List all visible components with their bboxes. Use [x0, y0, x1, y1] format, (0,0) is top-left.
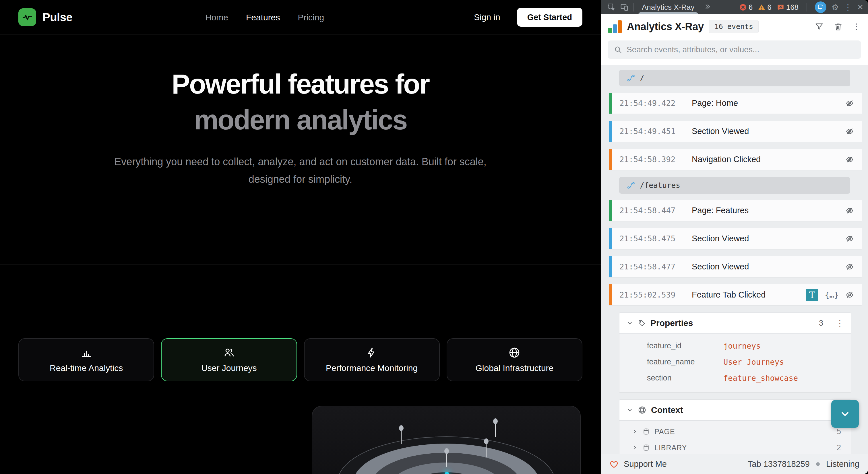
- event-timestamp: 21:54:58.475: [619, 234, 692, 243]
- ai-assistant-button[interactable]: [815, 1, 826, 13]
- tab-label: Analytics X-Ray: [642, 3, 694, 12]
- event-name: Section Viewed: [692, 127, 749, 136]
- settings-gear-icon[interactable]: ⚙: [832, 3, 839, 12]
- feature-tab-global-infrastructure[interactable]: Global Infrastructure: [446, 338, 582, 381]
- bar-chart-icon: [81, 347, 92, 359]
- devtools-toolbar: Analytics X-Ray 6 6 168: [601, 0, 868, 14]
- event-timestamp: 21:54:49.422: [619, 99, 692, 107]
- nav-link-features[interactable]: Features: [246, 12, 280, 22]
- brand[interactable]: Pulse: [19, 8, 72, 26]
- event-row[interactable]: 21:54:58.475 Section Viewed: [609, 228, 862, 249]
- property-key: feature_name: [647, 357, 723, 367]
- warning-count: 6: [767, 3, 771, 12]
- browser-window-icon: [642, 444, 650, 451]
- context-group-library[interactable]: LIBRARY 2: [619, 440, 851, 454]
- toolbar-divider: [807, 3, 807, 11]
- statusbar-right: Tab 1337818259 Listening: [736, 459, 859, 470]
- property-key: feature_id: [647, 342, 723, 350]
- payload-braces-icon[interactable]: {…}: [825, 290, 839, 299]
- route-group-label: /features: [640, 181, 680, 190]
- feature-tab-label: Real-time Analytics: [50, 363, 123, 373]
- listening-status-dot: [816, 462, 820, 466]
- context-body: PAGE 5 LIBRARY 2: [619, 420, 851, 454]
- panel-kebab-menu-icon[interactable]: ⋮: [852, 22, 861, 31]
- hide-event-eye-off-icon[interactable]: [845, 262, 854, 272]
- search-icon: [614, 45, 622, 54]
- nav-link-home[interactable]: Home: [205, 12, 228, 22]
- hide-event-eye-off-icon[interactable]: [845, 234, 854, 243]
- property-row: feature_id journeys: [619, 338, 851, 354]
- issues-badge[interactable]: 168: [777, 3, 799, 12]
- disc-pin: [399, 427, 404, 444]
- clear-events-trash-icon[interactable]: [834, 22, 843, 31]
- context-group-count: 2: [837, 443, 841, 452]
- event-row[interactable]: 21:54:58.392 Navigation Clicked: [609, 149, 862, 170]
- property-value: User Journeys: [723, 357, 784, 367]
- context-group-page[interactable]: PAGE 5: [619, 423, 851, 440]
- error-badge[interactable]: 6: [739, 3, 753, 12]
- route-icon: [627, 181, 635, 190]
- route-group-header[interactable]: /: [619, 70, 850, 86]
- warning-badge[interactable]: 6: [758, 3, 771, 12]
- sign-in-link[interactable]: Sign in: [474, 12, 500, 22]
- event-row-selected[interactable]: 21:55:02.539 Feature Tab Clicked T {…}: [609, 284, 862, 305]
- globe-icon: [638, 406, 646, 414]
- support-me-link[interactable]: Support Me: [609, 460, 667, 469]
- hide-event-eye-off-icon[interactable]: [845, 99, 854, 108]
- hide-event-eye-off-icon[interactable]: [845, 206, 854, 215]
- route-group-header[interactable]: /features: [619, 177, 850, 194]
- search-box: [608, 40, 861, 59]
- browser-window-icon: [642, 428, 650, 435]
- hero-title-line2: modern analytics: [0, 102, 601, 138]
- filter-funnel-icon[interactable]: [815, 22, 824, 31]
- pulse-website: Pulse Home Features Pricing Sign in Get …: [0, 0, 601, 474]
- devtools-panel: Analytics X-Ray 6 6 168: [601, 0, 868, 474]
- toolbar-badges: 6 6 168 ⚙ ⋮ ✕: [739, 1, 863, 13]
- context-group-label: PAGE: [654, 428, 675, 436]
- section-divider: [0, 264, 601, 265]
- screen: Pulse Home Features Pricing Sign in Get …: [0, 0, 868, 474]
- journey-visualization-card: [312, 406, 581, 474]
- chevron-right-icon: [632, 429, 638, 434]
- more-tabs-icon[interactable]: [704, 3, 711, 11]
- event-row[interactable]: 21:54:49.422 Page: Home: [609, 93, 862, 114]
- users-icon: [223, 347, 235, 359]
- text-marker-badge[interactable]: T: [806, 289, 818, 301]
- tab-id-label: Tab 1337818259: [748, 460, 810, 469]
- properties-kebab-icon[interactable]: ⋮: [836, 318, 844, 328]
- device-toolbar-icon[interactable]: [618, 0, 631, 14]
- properties-header[interactable]: Properties 3 ⋮: [619, 313, 851, 334]
- issues-icon: [777, 3, 784, 11]
- close-devtools-icon[interactable]: ✕: [857, 3, 863, 11]
- inspect-element-icon[interactable]: [606, 0, 618, 14]
- event-row[interactable]: 21:54:58.447 Page: Features: [609, 200, 862, 221]
- hide-event-eye-off-icon[interactable]: [845, 127, 854, 136]
- heart-icon: [609, 460, 619, 469]
- site-nav: Home Features Pricing: [205, 0, 324, 35]
- context-card: Context 11 PAGE 5 LIBRARY 2: [619, 400, 851, 454]
- chevron-down-icon: [626, 407, 633, 413]
- kebab-menu-icon[interactable]: ⋮: [844, 3, 852, 12]
- hide-event-eye-off-icon[interactable]: [845, 155, 854, 164]
- chevron-right-icon: [632, 445, 638, 450]
- context-header[interactable]: Context 11: [619, 400, 851, 420]
- event-timestamp: 21:54:58.392: [619, 155, 692, 164]
- event-name: Section Viewed: [692, 262, 749, 272]
- scroll-to-bottom-button[interactable]: [831, 400, 859, 428]
- feature-tab-user-journeys[interactable]: User Journeys: [161, 338, 297, 381]
- search-input[interactable]: [627, 45, 855, 54]
- error-icon: [739, 3, 747, 11]
- listening-label: Listening: [826, 460, 859, 469]
- event-row[interactable]: 21:54:58.477 Section Viewed: [609, 256, 862, 277]
- nav-link-pricing[interactable]: Pricing: [298, 12, 324, 22]
- properties-body: feature_id journeys feature_name User Jo…: [619, 334, 851, 392]
- get-started-button[interactable]: Get Started: [517, 8, 582, 27]
- toolbar-divider: [633, 3, 634, 11]
- hide-event-eye-off-icon[interactable]: [845, 290, 854, 299]
- pulse-logo-icon: [19, 8, 36, 26]
- tab-analytics-x-ray[interactable]: Analytics X-Ray: [637, 0, 700, 14]
- event-row[interactable]: 21:54:49.451 Section Viewed: [609, 121, 862, 142]
- event-list: / 21:54:49.422 Page: Home 21:54:49.451 S…: [601, 65, 868, 454]
- feature-tab-realtime-analytics[interactable]: Real-time Analytics: [19, 338, 154, 381]
- feature-tab-performance-monitoring[interactable]: Performance Monitoring: [304, 338, 440, 381]
